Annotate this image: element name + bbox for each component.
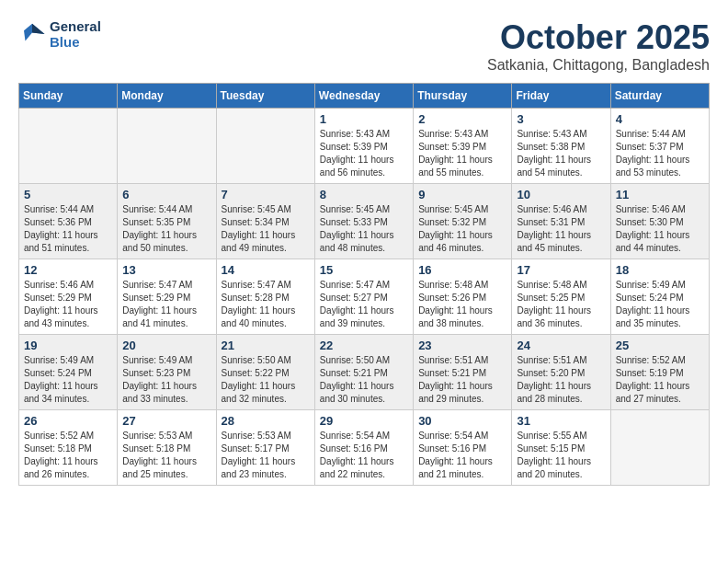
calendar-cell: 20Sunrise: 5:49 AM Sunset: 5:23 PM Dayli…: [118, 335, 216, 410]
cell-text: Sunrise: 5:55 AM Sunset: 5:15 PM Dayligh…: [517, 430, 605, 481]
day-number: 10: [517, 188, 605, 201]
calendar-cell: 3Sunrise: 5:43 AM Sunset: 5:38 PM Daylig…: [512, 109, 610, 184]
cell-text: Sunrise: 5:50 AM Sunset: 5:21 PM Dayligh…: [320, 354, 408, 406]
weekday-header-monday: Monday: [118, 84, 216, 109]
day-number: 16: [418, 263, 506, 277]
cell-text: Sunrise: 5:52 AM Sunset: 5:19 PM Dayligh…: [616, 354, 704, 406]
calendar-cell: 9Sunrise: 5:45 AM Sunset: 5:32 PM Daylig…: [414, 184, 512, 259]
day-number: 19: [24, 339, 112, 352]
calendar-cell: 8Sunrise: 5:45 AM Sunset: 5:33 PM Daylig…: [314, 184, 413, 259]
cell-text: Sunrise: 5:51 AM Sunset: 5:21 PM Dayligh…: [418, 354, 506, 406]
cell-text: Sunrise: 5:46 AM Sunset: 5:31 PM Dayligh…: [517, 203, 605, 255]
cell-text: Sunrise: 5:49 AM Sunset: 5:24 PM Dayligh…: [24, 354, 112, 406]
day-number: 18: [616, 263, 704, 277]
calendar-cell: 16Sunrise: 5:48 AM Sunset: 5:26 PM Dayli…: [414, 259, 512, 335]
weekday-header-wednesday: Wednesday: [314, 84, 413, 109]
calendar-table: SundayMondayTuesdayWednesdayThursdayFrid…: [18, 83, 710, 486]
day-number: 13: [122, 263, 210, 277]
weekday-header-tuesday: Tuesday: [216, 84, 314, 109]
cell-text: Sunrise: 5:51 AM Sunset: 5:20 PM Dayligh…: [517, 354, 605, 406]
day-number: 5: [24, 188, 112, 201]
calendar-cell: 22Sunrise: 5:50 AM Sunset: 5:21 PM Dayli…: [314, 335, 413, 410]
day-number: 26: [24, 414, 112, 428]
calendar-cell: [216, 109, 314, 184]
weekday-header-sunday: Sunday: [19, 84, 118, 109]
cell-text: Sunrise: 5:46 AM Sunset: 5:29 PM Dayligh…: [24, 279, 112, 330]
logo-text: General Blue: [50, 18, 101, 50]
weekday-header-friday: Friday: [512, 84, 610, 109]
calendar-cell: 26Sunrise: 5:52 AM Sunset: 5:18 PM Dayli…: [19, 410, 118, 486]
day-number: 29: [320, 414, 408, 428]
calendar-cell: 30Sunrise: 5:54 AM Sunset: 5:16 PM Dayli…: [414, 410, 512, 486]
cell-text: Sunrise: 5:54 AM Sunset: 5:16 PM Dayligh…: [418, 430, 506, 481]
calendar-cell: 14Sunrise: 5:47 AM Sunset: 5:28 PM Dayli…: [216, 259, 314, 335]
cell-text: Sunrise: 5:47 AM Sunset: 5:27 PM Dayligh…: [320, 279, 408, 330]
cell-text: Sunrise: 5:43 AM Sunset: 5:38 PM Dayligh…: [517, 128, 605, 179]
calendar-cell: 11Sunrise: 5:46 AM Sunset: 5:30 PM Dayli…: [610, 184, 709, 259]
day-number: 12: [24, 263, 112, 277]
calendar-cell: 15Sunrise: 5:47 AM Sunset: 5:27 PM Dayli…: [314, 259, 413, 335]
calendar-week-row: 1Sunrise: 5:43 AM Sunset: 5:39 PM Daylig…: [19, 109, 710, 184]
day-number: 20: [122, 339, 210, 352]
day-number: 31: [517, 414, 605, 428]
calendar-cell: 4Sunrise: 5:44 AM Sunset: 5:37 PM Daylig…: [610, 109, 709, 184]
header: General Blue October 2025 Satkania, Chit…: [18, 18, 710, 74]
day-number: 9: [418, 188, 506, 201]
calendar-cell: 25Sunrise: 5:52 AM Sunset: 5:19 PM Dayli…: [610, 335, 709, 410]
location-title: Satkania, Chittagong, Bangladesh: [487, 57, 710, 74]
day-number: 22: [320, 339, 408, 352]
cell-text: Sunrise: 5:47 AM Sunset: 5:29 PM Dayligh…: [122, 279, 210, 330]
cell-text: Sunrise: 5:46 AM Sunset: 5:30 PM Dayligh…: [616, 203, 704, 255]
cell-text: Sunrise: 5:54 AM Sunset: 5:16 PM Dayligh…: [320, 430, 408, 481]
calendar-week-row: 5Sunrise: 5:44 AM Sunset: 5:36 PM Daylig…: [19, 184, 710, 259]
cell-text: Sunrise: 5:49 AM Sunset: 5:24 PM Dayligh…: [616, 279, 704, 330]
day-number: 21: [222, 339, 310, 352]
calendar-week-row: 19Sunrise: 5:49 AM Sunset: 5:24 PM Dayli…: [19, 335, 710, 410]
day-number: 14: [222, 263, 310, 277]
cell-text: Sunrise: 5:50 AM Sunset: 5:22 PM Dayligh…: [222, 354, 310, 406]
calendar-cell: 10Sunrise: 5:46 AM Sunset: 5:31 PM Dayli…: [512, 184, 610, 259]
calendar-cell: 17Sunrise: 5:48 AM Sunset: 5:25 PM Dayli…: [512, 259, 610, 335]
calendar-cell: [19, 109, 118, 184]
calendar-week-row: 12Sunrise: 5:46 AM Sunset: 5:29 PM Dayli…: [19, 259, 710, 335]
calendar-cell: 28Sunrise: 5:53 AM Sunset: 5:17 PM Dayli…: [216, 410, 314, 486]
calendar-cell: 29Sunrise: 5:54 AM Sunset: 5:16 PM Dayli…: [314, 410, 413, 486]
calendar-cell: 23Sunrise: 5:51 AM Sunset: 5:21 PM Dayli…: [414, 335, 512, 410]
cell-text: Sunrise: 5:44 AM Sunset: 5:37 PM Dayligh…: [616, 128, 704, 179]
calendar-cell: [610, 410, 709, 486]
logo-bird-icon: [18, 20, 46, 48]
day-number: 4: [616, 112, 704, 126]
title-section: October 2025 Satkania, Chittagong, Bangl…: [487, 18, 710, 74]
calendar-week-row: 26Sunrise: 5:52 AM Sunset: 5:18 PM Dayli…: [19, 410, 710, 486]
weekday-header-saturday: Saturday: [610, 84, 709, 109]
cell-text: Sunrise: 5:44 AM Sunset: 5:35 PM Dayligh…: [122, 203, 210, 255]
day-number: 28: [222, 414, 310, 428]
day-number: 17: [517, 263, 605, 277]
day-number: 30: [418, 414, 506, 428]
calendar-cell: 27Sunrise: 5:53 AM Sunset: 5:18 PM Dayli…: [118, 410, 216, 486]
calendar-cell: 19Sunrise: 5:49 AM Sunset: 5:24 PM Dayli…: [19, 335, 118, 410]
cell-text: Sunrise: 5:43 AM Sunset: 5:39 PM Dayligh…: [320, 128, 408, 179]
calendar-cell: 5Sunrise: 5:44 AM Sunset: 5:36 PM Daylig…: [19, 184, 118, 259]
calendar-cell: 31Sunrise: 5:55 AM Sunset: 5:15 PM Dayli…: [512, 410, 610, 486]
cell-text: Sunrise: 5:45 AM Sunset: 5:33 PM Dayligh…: [320, 203, 408, 255]
cell-text: Sunrise: 5:48 AM Sunset: 5:26 PM Dayligh…: [418, 279, 506, 330]
cell-text: Sunrise: 5:53 AM Sunset: 5:18 PM Dayligh…: [122, 430, 210, 481]
cell-text: Sunrise: 5:45 AM Sunset: 5:32 PM Dayligh…: [418, 203, 506, 255]
month-title: October 2025: [487, 18, 710, 57]
logo: General Blue: [18, 18, 101, 50]
weekday-header-thursday: Thursday: [414, 84, 512, 109]
calendar-cell: 21Sunrise: 5:50 AM Sunset: 5:22 PM Dayli…: [216, 335, 314, 410]
calendar-cell: 18Sunrise: 5:49 AM Sunset: 5:24 PM Dayli…: [610, 259, 709, 335]
cell-text: Sunrise: 5:52 AM Sunset: 5:18 PM Dayligh…: [24, 430, 112, 481]
cell-text: Sunrise: 5:48 AM Sunset: 5:25 PM Dayligh…: [517, 279, 605, 330]
calendar-cell: 13Sunrise: 5:47 AM Sunset: 5:29 PM Dayli…: [118, 259, 216, 335]
cell-text: Sunrise: 5:44 AM Sunset: 5:36 PM Dayligh…: [24, 203, 112, 255]
calendar-cell: 7Sunrise: 5:45 AM Sunset: 5:34 PM Daylig…: [216, 184, 314, 259]
day-number: 25: [616, 339, 704, 352]
calendar-cell: 24Sunrise: 5:51 AM Sunset: 5:20 PM Dayli…: [512, 335, 610, 410]
calendar-cell: [118, 109, 216, 184]
calendar-cell: 12Sunrise: 5:46 AM Sunset: 5:29 PM Dayli…: [19, 259, 118, 335]
day-number: 3: [517, 112, 605, 126]
svg-marker-1: [32, 24, 45, 34]
